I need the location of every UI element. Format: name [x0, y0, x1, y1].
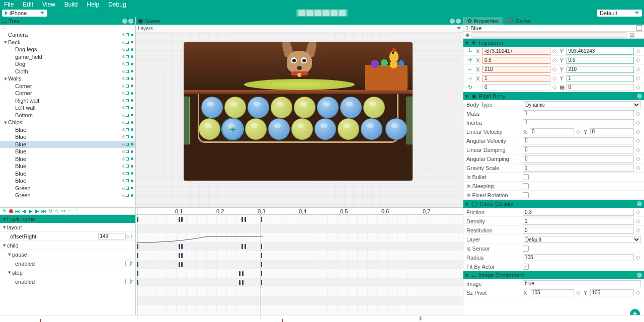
tab-properties[interactable]: ✿Properties [463, 17, 503, 25]
friction-input[interactable] [523, 209, 634, 216]
scale-y-input[interactable] [567, 57, 634, 64]
tree-item[interactable]: ▾Back6 [0, 39, 135, 46]
tab-game[interactable]: 🎮Game [503, 17, 534, 25]
offsetright-input[interactable] [98, 233, 126, 239]
tool-icon[interactable] [314, 10, 321, 16]
tree-item[interactable]: Corner6 [0, 83, 135, 90]
layer-select[interactable]: Default [523, 236, 641, 243]
menu-view[interactable]: View [42, 1, 55, 8]
layers-dropdown[interactable]: Layers [138, 26, 153, 31]
section-transform[interactable]: ▾✥Transform [463, 39, 644, 47]
pos-y-input[interactable] [567, 48, 634, 55]
move-gizmo-icon[interactable] [230, 126, 236, 132]
options-icon[interactable]: ⋮ [73, 208, 79, 214]
tree-item[interactable]: Camera6 [0, 31, 135, 39]
tool-icon[interactable] [306, 10, 313, 16]
remove-icon[interactable] [637, 94, 642, 99]
tree-item[interactable]: Blue6 [0, 148, 135, 155]
scale-x-input[interactable] [482, 57, 550, 64]
menu-help[interactable]: Help [87, 1, 100, 8]
szpivot-x-input[interactable] [530, 289, 574, 296]
menu-edit[interactable]: Edit [23, 1, 33, 8]
playhead[interactable] [137, 208, 137, 318]
tree-item[interactable]: Green6 [0, 185, 135, 192]
remove-icon[interactable] [637, 273, 642, 278]
next-frame-icon[interactable]: ▶ [34, 208, 40, 214]
tool-icon[interactable] [331, 10, 338, 16]
tree-item[interactable]: Blue6 [0, 155, 135, 163]
object-name-input[interactable] [470, 25, 634, 31]
pos-x-input[interactable] [482, 48, 550, 55]
cut-icon[interactable]: ✂ [60, 208, 66, 214]
fit-checkbox[interactable]: ✓ [523, 264, 529, 270]
fixedrot-checkbox[interactable] [523, 192, 529, 198]
inertia-input[interactable] [523, 119, 634, 126]
bullet-checkbox[interactable] [523, 174, 529, 180]
tree-item[interactable]: Right wall6 [0, 97, 135, 105]
size-x-input[interactable] [482, 66, 550, 73]
menu-file[interactable]: File [4, 1, 14, 8]
pause-enabled-checkbox[interactable] [125, 261, 131, 266]
snap-icon[interactable]: ≡ [67, 208, 72, 214]
tree-item[interactable]: Blue6 [0, 133, 135, 141]
angvel-input[interactable] [523, 137, 634, 144]
curve-icon[interactable]: ∿ [54, 208, 59, 214]
panel-min-icon[interactable] [450, 19, 455, 24]
play-icon[interactable]: ▶ [28, 208, 33, 214]
tree-item[interactable]: Corner6 [0, 90, 135, 97]
tree-item[interactable]: Dog6 [0, 60, 135, 68]
gravity-input[interactable] [523, 165, 634, 172]
tree-item[interactable]: Blue6 [0, 177, 135, 185]
device-dropdown[interactable]: iPhone [2, 10, 47, 17]
pointer-icon[interactable]: ✎ [2, 208, 7, 214]
gizmo-handle[interactable] [184, 97, 190, 144]
tree-item[interactable]: Cloth6 [0, 68, 135, 75]
track-pause-enabled[interactable]: enabled⎍ [0, 259, 135, 268]
radius-input[interactable] [523, 254, 634, 261]
tool-icon[interactable] [339, 10, 346, 16]
linvel-x-input[interactable] [530, 128, 574, 135]
linvel-y-input[interactable] [590, 128, 634, 135]
section-rigidbody[interactable]: ▾▣Rigid Body [463, 92, 644, 100]
tree-item[interactable]: ▾Chips6 [0, 119, 135, 126]
tree-item[interactable]: Left wall6 [0, 104, 135, 112]
last-frame-icon[interactable]: ⏭ [41, 208, 46, 214]
time-marker[interactable] [261, 208, 261, 318]
skew-input[interactable] [567, 84, 634, 91]
menu-debug[interactable]: Debug [108, 1, 126, 8]
tree-item[interactable]: Blue6 [0, 141, 135, 148]
timeline-ruler[interactable]: 0,10,20,30,40,50,60,7 [136, 208, 463, 215]
tree-search[interactable] [0, 25, 135, 31]
tag-slot[interactable] [471, 32, 627, 38]
restitution-input[interactable] [523, 227, 634, 234]
tree-item[interactable]: Blue6 [0, 170, 135, 178]
tree-item[interactable]: Blue6 [0, 163, 135, 170]
tree-item[interactable]: ▾Walls6 [0, 75, 135, 83]
panel-close-icon[interactable] [456, 19, 461, 24]
timeline[interactable]: 0,10,20,30,40,50,60,7 [136, 208, 463, 318]
pivot-y-input[interactable] [567, 75, 634, 82]
remove-icon[interactable] [637, 201, 642, 206]
tree-item[interactable]: Blue6 [0, 126, 135, 134]
tree-item[interactable]: Dog legs6 [0, 46, 135, 53]
prev-frame-icon[interactable]: ◀ [21, 208, 27, 214]
lindamp-input[interactable] [523, 146, 634, 153]
panel-min-icon[interactable] [122, 19, 127, 24]
size-y-input[interactable] [567, 66, 634, 73]
panel-close-icon[interactable] [128, 19, 133, 24]
track-offsetright[interactable]: offsetRight◇ ⎍ [0, 232, 135, 241]
step-enabled-checkbox[interactable] [125, 279, 131, 284]
track-layout[interactable]: ▾layout [0, 223, 135, 232]
loop-icon[interactable]: ↻ [47, 208, 53, 214]
track-child[interactable]: ▾child [0, 241, 135, 250]
selected-ball[interactable] [222, 118, 244, 140]
menu-build[interactable]: Build [64, 1, 78, 8]
tool-icon[interactable] [323, 10, 330, 16]
szpivot-y-input[interactable] [590, 289, 634, 296]
body-type-select[interactable]: Dynamic [523, 101, 641, 108]
track-step[interactable]: ▾step [0, 268, 135, 277]
first-frame-icon[interactable]: ⏮ [15, 208, 20, 214]
section-image[interactable]: ▾▭Image Component [463, 271, 644, 279]
tree-item[interactable]: Green6 [0, 192, 135, 199]
zoom-indicator[interactable]: ⇞ [418, 315, 423, 322]
